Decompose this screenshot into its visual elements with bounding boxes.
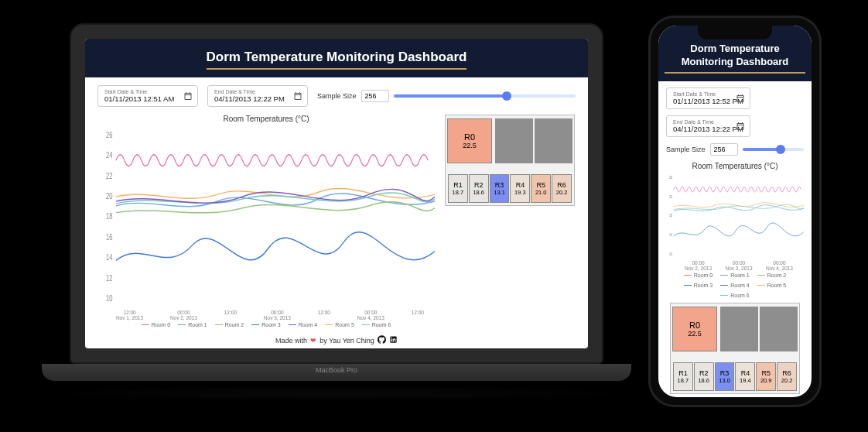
x-axis-phone: 00:00Nov 2, 201300:00Nov 3, 201300:00Nov…	[666, 259, 804, 271]
start-date-value: 01/11/2013 12:51 AM	[104, 94, 191, 103]
legend-item[interactable]: Room 0	[142, 322, 171, 327]
svg-text:20: 20	[106, 192, 112, 201]
room-R5[interactable]: R520.9	[756, 362, 776, 391]
controls-row-phone: Start Date & Time 01/11/2013 12:52 PM En…	[658, 81, 812, 162]
sample-size-control: Sample Size	[317, 90, 576, 102]
temperature-chart[interactable]: 2624 2220 1816 1412 10	[97, 126, 435, 308]
end-date-field[interactable]: End Date & Time 04/11/2013 12:22 PM	[207, 85, 308, 107]
room-R0[interactable]: R0 22.5	[447, 118, 492, 163]
temperature-chart[interactable]: 2622 1814 10	[666, 173, 804, 259]
calendar-icon[interactable]	[183, 91, 193, 101]
end-date-value: 04/11/2013 12:22 PM	[214, 94, 301, 103]
end-date-label: End Date & Time	[214, 89, 301, 94]
controls-row: Start Date & Time 01/11/2013 12:51 AM En…	[85, 77, 588, 115]
sample-size-slider[interactable]	[394, 94, 576, 98]
legend-item[interactable]: Room 5	[757, 283, 787, 288]
slider-thumb[interactable]	[502, 91, 511, 101]
chart-panel-phone: Room Temperatures (°C) 2622 1814 10	[666, 162, 804, 298]
room-R2[interactable]: R218.6	[694, 362, 714, 391]
start-date-field[interactable]: Start Date & Time 01/11/2013 12:51 AM	[97, 85, 198, 107]
svg-text:18: 18	[669, 213, 672, 218]
linkedin-icon[interactable]	[389, 335, 398, 345]
chart-legend: Room 0Room 1Room 2Room 3Room 4Room 5Room…	[97, 322, 435, 327]
room-R1[interactable]: R118.7	[673, 362, 693, 391]
sample-size-slider[interactable]	[743, 148, 804, 151]
svg-text:22: 22	[669, 194, 672, 199]
svg-text:10: 10	[669, 252, 672, 256]
room-R6[interactable]: R620.2	[777, 362, 797, 391]
room-R5[interactable]: R521.0	[531, 174, 551, 203]
laptop-mockup: Dorm Temperature Monitoring Dashboard St…	[70, 23, 603, 401]
slider-fill	[394, 94, 507, 98]
phone-mockup: Dorm Temperature Monitoring Dashboard St…	[648, 15, 822, 407]
legend-item[interactable]: Room 6	[362, 322, 391, 327]
legend-item[interactable]: Room 1	[178, 322, 207, 327]
end-date-field[interactable]: End Date & Time 04/11/2013 12:22 PM	[666, 115, 750, 137]
laptop-base	[42, 364, 631, 381]
svg-text:14: 14	[106, 253, 112, 262]
room-R2[interactable]: R218.6	[469, 174, 489, 203]
room-R0[interactable]: R0 22.5	[672, 307, 717, 351]
legend-item[interactable]: Room 2	[215, 322, 244, 327]
calendar-icon[interactable]	[293, 91, 302, 101]
legend-item[interactable]: Room 5	[325, 322, 354, 327]
chart-panel: Room Temperatures (°C) 2624 2220 1816 14…	[97, 115, 435, 327]
calendar-icon[interactable]	[736, 122, 745, 131]
legend-item[interactable]: Room 3	[251, 322, 281, 327]
page-title: Dorm Temperature Monitoring Dashboard	[665, 43, 805, 74]
room-R6[interactable]: R620.2	[552, 174, 572, 203]
legend-item[interactable]: Room 3	[684, 283, 713, 288]
floorplan-panel-phone: R0 22.5 R118.7R218.6R313.0R419.4R520.9R6…	[666, 303, 804, 394]
room-R4[interactable]: R419.4	[735, 362, 755, 391]
svg-text:16: 16	[106, 233, 112, 242]
floorplan-panel: R0 22.5 R118.7R218.6R313.1R419.3R521.0R6…	[444, 115, 576, 327]
sample-size-input[interactable]	[361, 90, 389, 102]
heart-icon: ❤	[310, 337, 316, 345]
room-row-phone: R118.7R218.6R313.0R419.4R520.9R620.2	[671, 362, 799, 393]
svg-text:26: 26	[106, 131, 112, 139]
footer: Made with ❤ by Yau Yen Ching	[85, 332, 588, 348]
room-row-laptop: R118.7R218.6R313.1R419.3R521.0R620.2	[446, 174, 574, 205]
series-room0	[116, 155, 428, 166]
slider-fill	[743, 148, 781, 151]
room-R4[interactable]: R419.3	[510, 174, 530, 203]
svg-text:24: 24	[106, 151, 112, 159]
legend-item[interactable]: Room 2	[757, 273, 787, 278]
room-R1[interactable]: R118.7	[448, 174, 468, 203]
floorplan: R0 22.5 R118.7R218.6R313.1R419.3R521.0R6…	[445, 115, 575, 206]
legend-item[interactable]: Room 0	[684, 273, 713, 278]
slider-thumb[interactable]	[776, 145, 785, 154]
svg-text:26: 26	[669, 175, 672, 180]
svg-text:18: 18	[106, 212, 112, 221]
chart-title: Room Temperatures (°C)	[97, 115, 435, 123]
legend-item[interactable]: Room 4	[289, 322, 318, 327]
svg-text:10: 10	[106, 294, 112, 303]
calendar-icon[interactable]	[736, 94, 745, 103]
svg-text:14: 14	[669, 232, 672, 237]
legend-item[interactable]: Room 4	[720, 283, 750, 288]
room-R3[interactable]: R313.1	[490, 174, 510, 203]
legend-item[interactable]: Room 1	[720, 273, 750, 278]
sample-size-control: Sample Size	[666, 143, 804, 156]
github-icon[interactable]	[378, 335, 386, 345]
start-date-field[interactable]: Start Date & Time 01/11/2013 12:52 PM	[666, 87, 750, 109]
room-R3[interactable]: R313.0	[715, 362, 735, 391]
floorplan-hallway	[446, 166, 574, 174]
start-date-label: Start Date & Time	[104, 89, 191, 94]
floorplan-nonroom-area	[495, 118, 572, 163]
series-room3	[116, 232, 435, 261]
y-axis-ticks: 2624 2220 1816 1412 10	[106, 131, 112, 303]
chart-legend-phone: Room 0Room 1Room 2Room 3Room 4Room 5Room…	[666, 273, 804, 298]
legend-item[interactable]: Room 6	[720, 293, 750, 298]
phone-notch	[698, 26, 772, 39]
dashboard-header: Dorm Temperature Monitoring Dashboard	[85, 39, 588, 77]
sample-size-input[interactable]	[710, 143, 738, 156]
page-title: Dorm Temperature Monitoring Dashboard	[207, 50, 467, 70]
svg-text:12: 12	[106, 274, 112, 283]
sample-size-label: Sample Size	[317, 92, 357, 100]
x-axis-laptop: 12:00Nov 1, 201300:00Nov 2, 201312:0000:…	[97, 308, 435, 321]
svg-text:22: 22	[106, 171, 112, 180]
